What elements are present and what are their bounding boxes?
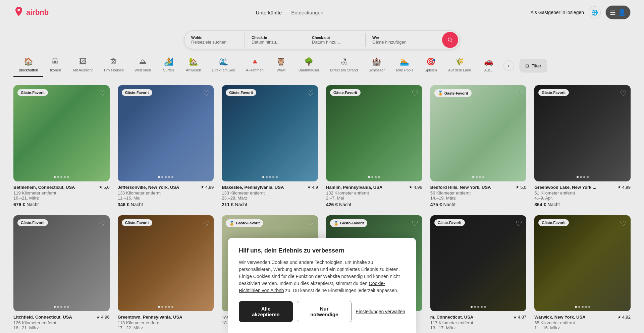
- cookie-banner: Hilf uns, dein Erlebnis zu verbessern Wi…: [228, 238, 416, 333]
- cookie-title: Hilf uns, dein Erlebnis zu verbessern: [239, 247, 405, 254]
- essential-only-button[interactable]: Nur notwendige: [297, 301, 352, 322]
- cookie-text: Wir verwenden Cookies und andere Technol…: [239, 259, 405, 294]
- accept-all-button[interactable]: Alle akzeptieren: [239, 301, 293, 322]
- cookie-settings-button[interactable]: Einstellungen verwalten: [356, 309, 405, 314]
- cookie-text-after: zu. Du kannst deine Einstellungen jederz…: [285, 288, 398, 293]
- cookie-actions: Alle akzeptieren Nur notwendige Einstell…: [239, 301, 405, 322]
